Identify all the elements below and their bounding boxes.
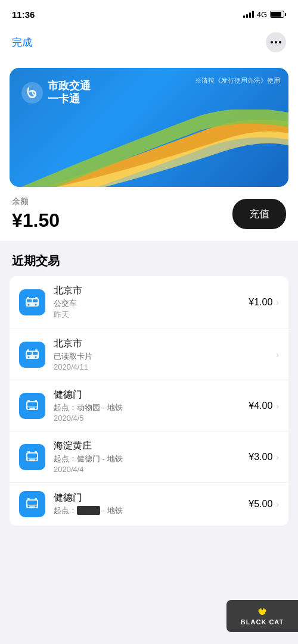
tx-details-2: 北京市 已读取卡片 2020/4/11: [54, 337, 276, 371]
table-row[interactable]: 北京市 公交车 昨天 ¥1.00 ›: [10, 276, 288, 329]
svg-rect-23: [27, 454, 37, 458]
tx-name-2: 北京市: [54, 337, 276, 350]
tx-right-5: ¥5.00 ›: [249, 499, 279, 509]
status-icons: 4G: [243, 10, 286, 19]
tx-right-3: ¥4.00 ›: [249, 401, 279, 411]
balance-amount: ¥1.50: [12, 210, 60, 232]
status-bar: 11:36 4G: [0, 0, 298, 26]
chevron-icon-2: ›: [276, 350, 279, 359]
svg-rect-7: [35, 297, 38, 299]
svg-rect-33: [27, 498, 30, 500]
transit-card: 市政交通 一卡通 ※请按《发行使用办法》使用: [10, 68, 288, 187]
svg-rect-34: [35, 498, 37, 500]
transit-icon-4: [19, 444, 45, 470]
section-title: 近期交易: [0, 241, 298, 276]
svg-rect-16: [27, 402, 37, 407]
svg-point-5: [35, 304, 37, 306]
card-title: 市政交通 一卡通: [48, 80, 91, 105]
card-title-line1: 市政交通: [48, 80, 91, 93]
tx-desc-3: 起点：动物园 - 地铁: [54, 402, 249, 413]
tx-name-1: 北京市: [54, 285, 249, 297]
done-button[interactable]: 完成: [12, 36, 32, 49]
tx-details-3: 健德门 起点：动物园 - 地铁 2020/4/5: [54, 389, 249, 423]
tx-desc-4: 起点：健德门 - 地铁: [54, 454, 249, 464]
tx-date-4: 2020/4/4: [54, 465, 249, 474]
tx-details-1: 北京市 公交车 昨天: [54, 285, 249, 320]
tx-name-5: 健德门: [54, 492, 249, 504]
card-section: 市政交通 一卡通 ※请按《发行使用办法》使用: [0, 58, 298, 187]
chevron-icon-4: ›: [276, 452, 279, 462]
balance-info: 余额 ¥1.50: [12, 196, 60, 232]
tx-date-2: 2020/4/11: [54, 362, 276, 371]
tx-details-4: 海淀黄庄 起点：健德门 - 地铁 2020/4/4: [54, 440, 249, 474]
tx-amount-5: ¥5.00: [249, 499, 272, 509]
tx-amount-1: ¥1.00: [249, 297, 272, 308]
svg-rect-3: [33, 299, 38, 302]
transit-icon-2: [19, 342, 45, 368]
svg-rect-19: [27, 400, 30, 402]
svg-point-12: [35, 356, 37, 358]
network-text: 4G: [257, 10, 267, 19]
svg-rect-13: [27, 349, 29, 351]
more-button[interactable]: [266, 32, 286, 52]
transit-icon-3: [19, 393, 45, 419]
watermark: BLACK CAT: [226, 600, 298, 632]
card-logo-icon: [21, 82, 43, 104]
balance-section: 余额 ¥1.50 充值: [0, 187, 298, 241]
tx-right-2: ›: [276, 350, 279, 359]
table-row[interactable]: 海淀黄庄 起点：健德门 - 地铁 2020/4/4 ¥3.00 ›: [10, 432, 288, 483]
svg-rect-26: [27, 451, 30, 453]
svg-rect-10: [33, 352, 38, 355]
card-subtitle: ※请按《发行使用办法》使用: [195, 76, 280, 85]
svg-rect-9: [27, 352, 32, 355]
tx-details-5: 健德门 起点：西二旗 - 地铁: [54, 492, 249, 517]
svg-point-11: [28, 356, 30, 358]
chevron-icon-5: ›: [276, 499, 279, 509]
svg-rect-30: [27, 501, 37, 505]
watermark-text: BLACK CAT: [241, 618, 284, 626]
chevron-icon-1: ›: [276, 298, 279, 307]
nav-bar: 完成: [0, 26, 298, 58]
svg-rect-14: [35, 349, 38, 351]
status-time: 11:36: [12, 10, 35, 20]
tx-desc-2: 已读取卡片: [54, 351, 276, 362]
card-decoration: [10, 110, 288, 187]
svg-rect-6: [27, 297, 29, 299]
table-row[interactable]: 健德门 起点：西二旗 - 地铁 ¥5.00 ›: [10, 483, 288, 526]
battery-icon: [270, 11, 286, 18]
signal-icon: [243, 11, 254, 18]
tx-desc-1: 公交车: [54, 298, 249, 309]
svg-point-39: [260, 608, 262, 611]
tx-right-1: ¥1.00 ›: [249, 297, 279, 308]
table-row[interactable]: 北京市 已读取卡片 2020/4/11 ›: [10, 329, 288, 380]
tx-date-3: 2020/4/5: [54, 414, 249, 423]
svg-rect-2: [27, 299, 32, 302]
svg-point-40: [263, 608, 265, 611]
more-icon: [271, 41, 281, 43]
transit-icon-5: [19, 491, 45, 517]
card-title-line2: 一卡通: [48, 93, 91, 106]
transit-icon-1: [19, 289, 45, 315]
tx-desc-5: 起点：西二旗 - 地铁: [54, 505, 249, 516]
tx-date-1: 昨天: [54, 310, 249, 320]
paw-icon: [257, 607, 268, 617]
tx-name-4: 海淀黄庄: [54, 440, 249, 452]
svg-rect-27: [35, 451, 37, 453]
transactions-list: 北京市 公交车 昨天 ¥1.00 › 北京市 已读取卡片 2020/4/11: [10, 276, 288, 526]
tx-amount-3: ¥4.00: [249, 401, 272, 411]
tx-amount-4: ¥3.00: [249, 452, 272, 462]
tx-right-4: ¥3.00 ›: [249, 452, 279, 462]
chevron-icon-3: ›: [276, 401, 279, 411]
svg-rect-20: [35, 400, 37, 402]
table-row[interactable]: 健德门 起点：动物园 - 地铁 2020/4/5 ¥4.00 ›: [10, 380, 288, 432]
tx-name-3: 健德门: [54, 389, 249, 401]
balance-label: 余额: [12, 196, 60, 207]
svg-point-4: [28, 304, 30, 306]
recharge-button[interactable]: 充值: [232, 199, 286, 229]
